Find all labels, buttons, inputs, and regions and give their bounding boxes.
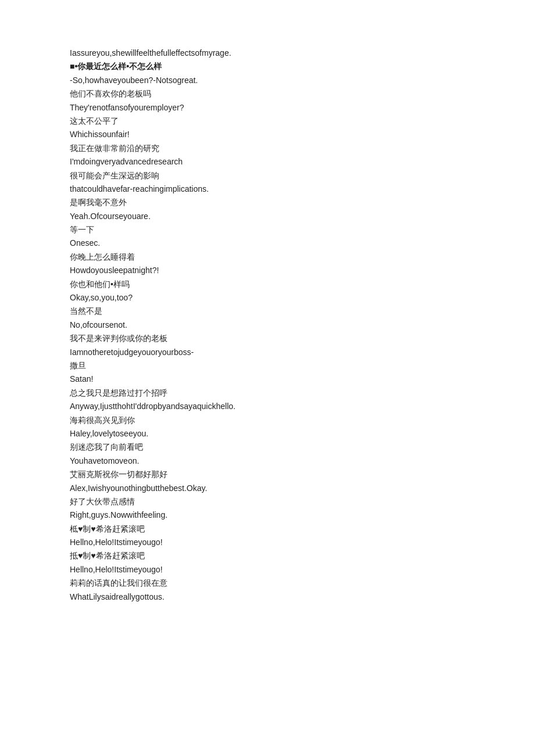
text-line-36: Hellno,Helo!Itstimeyougo! [70,536,465,549]
text-line-28: Haley,lovelytoseeyou. [70,427,465,440]
text-line-14: Onesec. [70,237,465,249]
text-line-39: 莉莉的话真的让我们很在意 [70,576,465,589]
text-line-0: Iassureyou,shewillfeelthefulleffectsofmy… [70,46,465,59]
text-line-34: Right,guys.Nowwithfeeling. [70,508,465,521]
text-line-3: 他们不喜欢你的老板吗 [70,87,465,100]
text-line-16: Howdoyousleepatnight?! [70,264,465,277]
text-line-15: 你晚上怎么睡得着 [70,250,465,263]
text-line-21: 我不是来评判你或你的老板 [70,332,465,345]
text-line-22: Iamnotheretojudgeyouoryourboss- [70,346,465,359]
text-line-11: 是啊我毫不意外 [70,196,465,209]
text-line-37: 抵♥制♥希洛赶紧滚吧 [70,549,465,562]
text-line-13: 等一下 [70,223,465,236]
text-line-19: 当然不是 [70,304,465,317]
text-line-31: 艾丽克斯祝你一切都好那好 [70,468,465,481]
text-line-1: ■•你最近怎么样•不怎么样 [70,60,465,73]
text-line-32: Alex,Iwishyounothingbutthebest.Okay. [70,482,465,495]
text-line-9: 很可能会产生深远的影响 [70,169,465,182]
text-line-38: Hellno,Helo!Itstimeyougo! [70,563,465,576]
text-line-8: I'mdoingveryadvancedresearch [70,155,465,168]
text-line-30: Youhavetomoveon. [70,454,465,467]
text-line-10: thatcouldhavefar-reachingimplications. [70,182,465,195]
text-line-29: 别迷恋我了向前看吧 [70,440,465,453]
text-line-7: 我正在做非常前沿的研究 [70,142,465,155]
main-content: Iassureyou,shewillfeelthefulleffectsofmy… [70,46,465,603]
text-line-23: 撒旦 [70,359,465,372]
text-line-18: Okay,so,you,too? [70,291,465,304]
text-line-35: 柢♥制♥希洛赶紧滚吧 [70,522,465,535]
text-line-17: 你也和他们•样吗 [70,278,465,291]
text-line-20: No,ofcoursenot. [70,318,465,331]
text-line-12: Yeah.Ofcourseyouare. [70,210,465,223]
text-line-6: Whichissounfair! [70,128,465,141]
text-line-4: They'renotfansofyouremployer? [70,101,465,114]
text-line-33: 好了大伙带点感情 [70,495,465,508]
text-line-25: 总之我只是想路过打个招呼 [70,386,465,399]
text-line-27: 海莉很高兴见到你 [70,414,465,427]
text-line-24: Satan! [70,372,465,385]
text-line-40: WhatLilysaidreallygottous. [70,590,465,603]
text-line-26: Anyway,IjustthohtI'ddropbyandsayaquickhe… [70,400,465,413]
text-line-5: 这太不公平了 [70,114,465,127]
text-line-2: -So,howhaveyoubeen?-Notsogreat. [70,74,465,87]
